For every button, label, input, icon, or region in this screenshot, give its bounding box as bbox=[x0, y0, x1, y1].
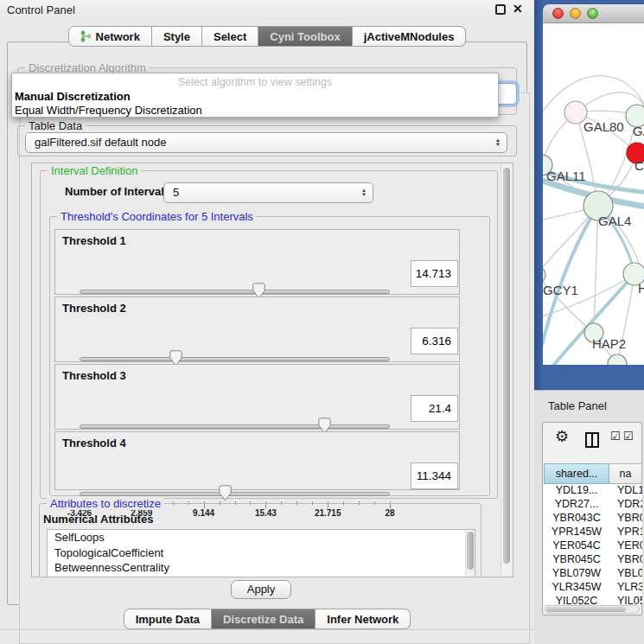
cell-shared-name: YPR145W bbox=[544, 526, 609, 539]
tab-label: Style bbox=[163, 30, 190, 43]
cell-shared-name: YBR043C bbox=[544, 512, 609, 526]
network-node-label: C bbox=[634, 158, 644, 173]
threshold-panel: Threshold 1-3.4262.8599.14415.4321.71528… bbox=[54, 229, 460, 295]
number-of-intervals-value: 5 bbox=[173, 186, 179, 199]
settings-vertical-scrollbar[interactable] bbox=[501, 164, 512, 576]
tab-jactivemnodules[interactable]: jActiveMNodules bbox=[353, 26, 467, 47]
table-data-title: Table Data bbox=[25, 119, 86, 132]
settings-scroll-pane: Interval Definition Number of Intervals … bbox=[31, 163, 513, 577]
threshold-label: Threshold 3 bbox=[62, 369, 126, 382]
dropdown-option-manual-discretization[interactable]: Manual Discretization bbox=[15, 90, 495, 103]
application-window: Control Panel ✕ Network bbox=[0, 0, 644, 644]
dropdown-option-equal-width-frequency[interactable]: Equal Width/Frequency Discretization bbox=[15, 104, 495, 117]
table-row[interactable]: YDR27...YDR27 bbox=[544, 498, 642, 512]
table-data-group: Table Data galFiltered.sif default node … bbox=[17, 125, 517, 156]
network-node-label: GCY1 bbox=[543, 283, 578, 297]
cell-name: YDR27 bbox=[609, 498, 642, 512]
number-of-intervals-combobox[interactable]: 5 ▲▼ bbox=[163, 182, 373, 203]
number-of-intervals-label: Number of Intervals bbox=[65, 185, 170, 198]
table-horizontal-scrollbar[interactable] bbox=[545, 605, 640, 614]
table-panel-body: ⚙ ☑ ☑ shared... na YDL19...YDL19YDR27...… bbox=[542, 422, 642, 615]
network-node-label: HAP2 bbox=[592, 336, 626, 351]
threshold-value-field[interactable]: 21.4 bbox=[411, 395, 458, 422]
network-node-label: GAL4 bbox=[598, 214, 631, 228]
cell-name: YER05 bbox=[609, 539, 642, 553]
table-panel-title: Table Panel bbox=[548, 399, 607, 412]
tab-infer-network[interactable]: Infer Network bbox=[316, 609, 411, 629]
apply-button[interactable]: Apply bbox=[231, 580, 291, 599]
threshold-value-field[interactable]: 6.316 bbox=[411, 328, 458, 354]
attribute-item[interactable]: TopologicalCoefficient bbox=[48, 545, 475, 561]
attributes-group-title: Attributes to discretize bbox=[47, 497, 164, 510]
cell-name: YLR34 bbox=[609, 581, 642, 595]
gear-icon[interactable]: ⚙ bbox=[555, 427, 569, 446]
cell-name: YBL07 bbox=[609, 567, 642, 581]
network-node[interactable] bbox=[543, 266, 545, 284]
cell-name: YBR04 bbox=[609, 553, 642, 567]
tab-label: Discretize Data bbox=[223, 613, 303, 626]
algorithm-dropdown-popup: Select algorithm to view settings Manual… bbox=[11, 73, 499, 118]
attributes-list-scrollbar[interactable] bbox=[465, 530, 475, 577]
tab-label: Infer Network bbox=[327, 613, 399, 626]
table-row[interactable]: YIL052CYIL05 bbox=[544, 595, 642, 604]
attributes-list[interactable]: SelfLoopsTopologicalCoefficientBetweenne… bbox=[47, 529, 475, 577]
cell-shared-name: YIL052C bbox=[544, 595, 609, 604]
threshold-slider[interactable]: -3.4262.8599.14415.4321.71528 bbox=[55, 456, 405, 496]
tab-select[interactable]: Select bbox=[202, 26, 258, 47]
slider-track bbox=[80, 290, 390, 294]
tab-label: Network bbox=[96, 30, 140, 43]
float-window-icon[interactable] bbox=[495, 4, 506, 15]
checkbox-icon[interactable]: ☑ bbox=[610, 430, 621, 443]
tab-label: Select bbox=[214, 30, 246, 43]
tab-discretize-data[interactable]: Discretize Data bbox=[212, 609, 316, 629]
mac-close-button[interactable] bbox=[552, 8, 564, 19]
table-row[interactable]: YPR145WYPR14 bbox=[544, 526, 642, 539]
table-row[interactable]: YBR045CYBR04 bbox=[544, 553, 642, 567]
cell-name: YBR04 bbox=[609, 512, 642, 526]
tab-network[interactable]: Network bbox=[68, 26, 152, 47]
checkbox-icon[interactable]: ☑ bbox=[623, 430, 634, 443]
tab-impute-data[interactable]: Impute Data bbox=[124, 609, 212, 629]
dropdown-hint: Select algorithm to view settings bbox=[12, 76, 498, 88]
divider bbox=[0, 629, 534, 630]
split-view-icon[interactable] bbox=[585, 432, 599, 448]
column-header-shared-name[interactable]: shared... bbox=[544, 463, 609, 484]
mac-zoom-button[interactable] bbox=[587, 8, 598, 19]
tab-style[interactable]: Style bbox=[152, 26, 202, 47]
network-icon bbox=[80, 30, 92, 42]
network-window-titlebar[interactable] bbox=[543, 4, 644, 23]
cell-shared-name: YBR045C bbox=[544, 553, 609, 567]
thresholds-group-title: Threshold's Coordinates for 5 Intervals bbox=[57, 210, 257, 223]
threshold-value-field[interactable]: 14.713 bbox=[411, 260, 458, 287]
table-rows: YDL19...YDL19YDR27...YDR27YBR043CYBR04YP… bbox=[544, 484, 642, 604]
table-row[interactable]: YLR345WYLR34 bbox=[544, 581, 642, 595]
cell-name: YIL05 bbox=[609, 595, 642, 604]
mac-minimize-button[interactable] bbox=[570, 8, 581, 19]
attributes-group: Attributes to discretize Numerical Attri… bbox=[39, 503, 481, 577]
column-header-name[interactable]: na bbox=[609, 463, 642, 484]
close-icon[interactable]: ✕ bbox=[513, 2, 523, 16]
attribute-item[interactable]: SelfLoops bbox=[48, 530, 475, 545]
control-panel-title: Control Panel bbox=[7, 3, 75, 16]
network-node-label: H bbox=[638, 281, 644, 296]
tab-label: jActiveMNodules bbox=[364, 30, 455, 43]
table-row[interactable]: YBL079WYBL07 bbox=[544, 567, 642, 581]
table-data-combobox[interactable]: galFiltered.sif default node ▲▼ bbox=[25, 132, 507, 153]
threshold-slider[interactable]: -3.4262.8599.14415.4321.71528 bbox=[55, 254, 405, 294]
table-data-value: galFiltered.sif default node bbox=[35, 136, 166, 149]
slider-thumb[interactable] bbox=[219, 485, 232, 501]
threshold-slider[interactable]: -3.4262.8599.14415.4321.71528 bbox=[55, 389, 405, 429]
cell-name: YDL19 bbox=[609, 484, 642, 498]
table-row[interactable]: YBR043CYBR04 bbox=[544, 512, 642, 526]
cyni-bottom-tabs: Impute Data Discretize Data Infer Networ… bbox=[0, 609, 534, 629]
attribute-item[interactable]: BetweennessCentrality bbox=[48, 560, 475, 576]
table-row[interactable]: YDL19...YDL19 bbox=[544, 484, 642, 498]
threshold-panel: Threshold 2-3.4262.8599.14415.4321.71528… bbox=[54, 296, 460, 362]
table-header: shared... na bbox=[544, 463, 642, 484]
table-row[interactable]: YER054CYER05 bbox=[544, 539, 642, 553]
threshold-value-field[interactable]: 11.344 bbox=[411, 462, 458, 489]
tab-cyni-toolbox[interactable]: Cyni Toolbox bbox=[258, 26, 352, 47]
network-canvas[interactable]: GAL80GACGAL11GAL4GCY1HHAP2 bbox=[543, 23, 644, 365]
control-panel-titlebar: Control Panel ✕ bbox=[0, 0, 534, 21]
threshold-slider[interactable]: -3.4262.8599.14415.4321.71528 bbox=[55, 322, 405, 361]
